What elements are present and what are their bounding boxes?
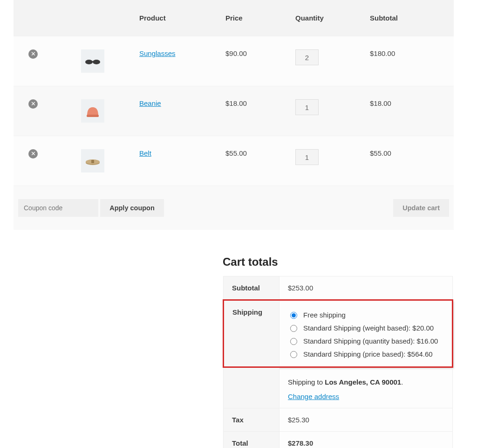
- header-product: Product: [135, 0, 221, 36]
- shipping-option[interactable]: Standard Shipping (weight based): $20.00: [288, 324, 443, 332]
- total-label: Total: [224, 432, 279, 448]
- item-subtotal: $18.00: [365, 86, 454, 136]
- item-subtotal: $180.00: [365, 36, 454, 86]
- product-link[interactable]: Belt: [139, 149, 151, 157]
- svg-point-1: [93, 60, 100, 64]
- remove-item-button[interactable]: ✕: [28, 99, 38, 109]
- cart-totals: Cart totals Subtotal $253.00 Shipping Fr…: [223, 255, 453, 448]
- shipping-destination: Shipping to Los Angeles, CA 90001.: [288, 378, 444, 386]
- beanie-icon: [83, 102, 102, 120]
- item-price: $55.00: [221, 136, 291, 186]
- coupon-input[interactable]: [18, 199, 98, 217]
- product-thumbnail[interactable]: [81, 49, 104, 73]
- cart-table: Product Price Quantity Subtotal ✕ Sungla…: [14, 0, 454, 230]
- shipping-radio[interactable]: [290, 351, 297, 358]
- shipping-option-label: Standard Shipping (price based): $564.60: [303, 350, 433, 358]
- svg-point-0: [85, 60, 93, 64]
- header-subtotal: Subtotal: [365, 0, 454, 36]
- svg-rect-2: [92, 61, 94, 62]
- subtotal-label: Subtotal: [224, 276, 279, 300]
- update-cart-button[interactable]: Update cart: [393, 199, 449, 217]
- shipping-option-label: Standard Shipping (quantity based): $16.…: [303, 337, 438, 345]
- item-price: $18.00: [221, 86, 291, 136]
- table-row: ✕ Belt $55.00 $55.00: [14, 136, 454, 186]
- shipping-section-highlight: Shipping Free shipping Standard Shipping…: [224, 300, 453, 367]
- cart-totals-heading: Cart totals: [223, 255, 453, 269]
- shipping-radio[interactable]: [290, 338, 297, 345]
- table-row: ✕ Beanie $18.00 $18.00: [14, 86, 454, 136]
- header-quantity: Quantity: [291, 0, 365, 36]
- shipping-radio[interactable]: [290, 325, 297, 332]
- shipping-label: Shipping: [224, 300, 279, 367]
- change-address-link[interactable]: Change address: [288, 393, 339, 400]
- quantity-input[interactable]: [295, 149, 319, 165]
- subtotal-value: $253.00: [279, 276, 453, 300]
- shipping-option[interactable]: Standard Shipping (price based): $564.60: [288, 350, 443, 358]
- product-link[interactable]: Sunglasses: [139, 49, 176, 57]
- shipping-option[interactable]: Standard Shipping (quantity based): $16.…: [288, 337, 443, 345]
- header-price: Price: [221, 0, 291, 36]
- product-thumbnail[interactable]: [81, 149, 104, 172]
- shipping-option-label: Standard Shipping (weight based): $20.00: [303, 324, 434, 332]
- apply-coupon-button[interactable]: Apply coupon: [100, 199, 164, 217]
- sunglasses-icon: [83, 52, 102, 70]
- remove-item-button[interactable]: ✕: [28, 149, 38, 159]
- tax-label: Tax: [224, 408, 279, 432]
- item-price: $90.00: [221, 36, 291, 86]
- quantity-input[interactable]: [295, 49, 319, 65]
- shipping-option[interactable]: Free shipping: [288, 310, 443, 319]
- item-subtotal: $55.00: [365, 136, 454, 186]
- svg-rect-6: [91, 160, 94, 163]
- shipping-option-label: Free shipping: [303, 311, 346, 319]
- product-thumbnail[interactable]: [81, 99, 104, 123]
- cart-actions: Apply coupon Update cart: [14, 186, 454, 230]
- shipping-radio[interactable]: [290, 312, 297, 319]
- tax-value: $25.30: [279, 408, 453, 432]
- quantity-input[interactable]: [295, 99, 319, 115]
- svg-rect-3: [87, 115, 99, 117]
- table-row: ✕ Sunglasses $90.00 $180.00: [14, 36, 454, 86]
- product-link[interactable]: Beanie: [139, 99, 161, 107]
- total-value: $278.30: [279, 432, 453, 448]
- remove-item-button[interactable]: ✕: [28, 49, 38, 59]
- belt-icon: [83, 152, 102, 170]
